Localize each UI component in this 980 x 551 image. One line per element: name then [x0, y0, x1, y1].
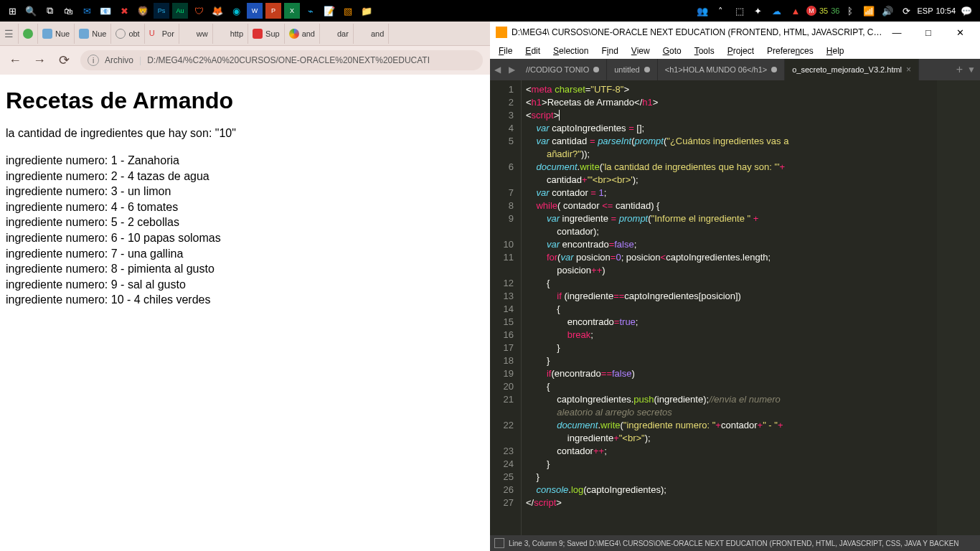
titlebar: D:\MEG4\ CURSOS\ONE-ORACLE NEXT EDUCATIO… — [490, 22, 980, 43]
menu-tools[interactable]: Tools — [689, 44, 720, 57]
back-button[interactable]: ← — [7, 52, 23, 68]
bluetooth-icon[interactable]: ᛒ — [842, 3, 858, 19]
ingredient-line: ingrediente numero: 4 - 6 tomates — [6, 199, 484, 215]
modified-dot-icon — [644, 67, 650, 72]
menu-preferences[interactable]: Preferences — [761, 44, 819, 57]
firefox-icon[interactable]: 🦊 — [209, 3, 225, 19]
tab-dropdown-icon[interactable]: ▼ — [967, 65, 976, 75]
start-icon[interactable]: ⊞ — [4, 3, 20, 19]
powerpoint-icon[interactable]: P — [265, 3, 281, 19]
maximize-button[interactable]: □ — [914, 24, 943, 41]
browser-toolbar: ← → ⟳ i Archivo | D:/MEG4/%C2%A0%20CURSO… — [0, 46, 490, 75]
vscode-icon[interactable]: ⌁ — [303, 3, 319, 19]
word-icon[interactable]: W — [247, 3, 263, 19]
browser-tab[interactable]: obt — [111, 24, 144, 44]
edge-icon[interactable]: ◉ — [228, 3, 244, 19]
browser-tab[interactable] — [19, 24, 38, 44]
menu-file[interactable]: File — [493, 44, 518, 57]
menubar: File Edit Selection Find View Goto Tools… — [490, 43, 980, 59]
editor-tab[interactable]: untitled — [607, 59, 657, 80]
modified-dot-icon — [771, 67, 777, 72]
gpu-temp: 36 — [831, 6, 839, 15]
page-intro: la cantidad de ingredientes que hay son:… — [6, 127, 484, 140]
excel-icon[interactable]: X — [284, 3, 300, 19]
menu-goto[interactable]: Goto — [657, 44, 687, 57]
browser-tab[interactable]: Sup — [248, 24, 285, 44]
audition-icon[interactable]: Au — [172, 3, 188, 19]
app-icon[interactable]: 🦁 — [135, 3, 151, 19]
page-title: Recetas de Armando — [6, 88, 484, 114]
ingredient-line: ingrediente numero: 5 - 2 cebollas — [6, 215, 484, 230]
close-tab-icon[interactable]: × — [906, 65, 911, 75]
line-gutter: 1234567891011121314151617181920212223242… — [490, 80, 522, 535]
ingredient-line: ingrediente numero: 7 - una gallina — [6, 246, 484, 262]
browser-tabstrip: ☰ Nue Nue obt UPor ww http Sup and dar a… — [0, 22, 490, 46]
clock[interactable]: 10:54 — [936, 6, 956, 15]
status-icon[interactable] — [494, 538, 504, 548]
ingredient-line: ingrediente numero: 8 - pimienta al gust… — [6, 261, 484, 277]
site-info-icon[interactable]: i — [88, 55, 99, 66]
tab-scroll-right[interactable]: ▶ — [504, 65, 519, 75]
chevron-up-icon[interactable]: ˄ — [713, 3, 729, 19]
tray-icon[interactable]: ✦ — [750, 3, 766, 19]
volume-icon[interactable]: 🔊 — [880, 3, 895, 19]
photoshop-icon[interactable]: Ps — [154, 3, 169, 19]
browser-tab[interactable]: and — [285, 24, 320, 44]
editor-tab-active[interactable]: o_secreto_mejorado_V3.2.html× — [785, 59, 919, 80]
browser-tab[interactable]: http — [213, 24, 248, 44]
browser-window: ☰ Nue Nue obt UPor ww http Sup and dar a… — [0, 22, 490, 551]
minimize-button[interactable]: — — [882, 24, 911, 41]
search-icon[interactable]: 🔍 — [23, 3, 39, 19]
taskview-icon[interactable]: ⧉ — [42, 3, 57, 19]
reload-button[interactable]: ⟳ — [56, 52, 72, 68]
browser-viewport: Recetas de Armando la cantidad de ingred… — [0, 75, 490, 551]
browser-tab[interactable]: and — [354, 24, 389, 44]
status-text: Line 3, Column 9; Saved D:\MEG4\ CURSOS\… — [509, 540, 959, 547]
menu-help[interactable]: Help — [821, 44, 850, 57]
store-icon[interactable]: 🛍 — [60, 3, 76, 19]
brave-icon[interactable]: 🛡 — [191, 3, 207, 19]
new-tab-button[interactable]: + — [956, 63, 963, 76]
browser-tab[interactable]: ww — [179, 24, 213, 44]
browser-tab[interactable]: Nue — [38, 24, 75, 44]
menu-find[interactable]: Find — [595, 44, 623, 57]
ingredient-line: ingrediente numero: 10 - 4 chiles verdes — [6, 292, 484, 308]
sublime-icon[interactable]: ▧ — [340, 3, 356, 19]
notes-icon[interactable]: 📝 — [321, 3, 337, 19]
editor-tab[interactable]: //CODIGO TONIO — [519, 59, 607, 80]
browser-tab[interactable]: Nue — [75, 24, 111, 44]
explorer-icon[interactable]: 📁 — [359, 3, 374, 19]
menu-project[interactable]: Project — [722, 44, 760, 57]
sublime-icon — [496, 27, 507, 38]
app-icon[interactable]: ✖ — [116, 3, 132, 19]
forward-button[interactable]: → — [32, 52, 47, 68]
language-indicator[interactable]: ESP — [917, 6, 933, 15]
ingredient-line: ingrediente numero: 6 - 10 papas solomas — [6, 230, 484, 246]
browser-tab[interactable]: UPor — [145, 24, 179, 44]
close-button[interactable]: ✕ — [946, 24, 974, 41]
people-icon[interactable]: 👥 — [694, 3, 710, 19]
wifi-icon[interactable]: 📶 — [861, 3, 877, 19]
browser-control[interactable]: ☰ — [0, 24, 19, 44]
mail-icon[interactable]: ✉ — [79, 3, 95, 19]
menu-edit[interactable]: Edit — [519, 44, 546, 57]
ingredient-line: ingrediente numero: 1 - Zanahoria — [6, 153, 484, 169]
tray-icon[interactable]: ▲ — [788, 3, 804, 19]
menu-view[interactable]: View — [626, 44, 656, 57]
sync-icon[interactable]: ⟳ — [898, 3, 914, 19]
editor-tab[interactable]: <h1>HOLA MUNDO 06</h1> — [658, 59, 785, 80]
onedrive-icon[interactable]: ☁ — [769, 3, 785, 19]
tab-scroll-left[interactable]: ◀ — [490, 65, 504, 75]
windows-taskbar: ⊞ 🔍 ⧉ 🛍 ✉ 📧 ✖ 🦁 Ps Au 🛡 🦊 ◉ W P X ⌁ 📝 ▧ … — [0, 0, 980, 22]
ingredient-line: ingrediente numero: 2 - 4 tazas de agua — [6, 169, 484, 184]
browser-tab[interactable]: dar — [320, 24, 354, 44]
notifications-icon[interactable]: 💬 — [958, 3, 974, 19]
tray-icon[interactable]: ⬚ — [732, 3, 748, 19]
mega-icon[interactable]: M — [806, 6, 816, 16]
address-bar[interactable]: i Archivo | D:/MEG4/%C2%A0%20CURSOS/ONE-… — [80, 50, 483, 70]
minimap[interactable] — [937, 80, 980, 535]
code-content[interactable]: <meta charset="UTF-8"><h1>Recetas de Arm… — [522, 80, 980, 535]
menu-selection[interactable]: Selection — [547, 44, 594, 57]
winmail-icon[interactable]: 📧 — [98, 3, 113, 19]
code-editor[interactable]: 1234567891011121314151617181920212223242… — [490, 80, 980, 535]
